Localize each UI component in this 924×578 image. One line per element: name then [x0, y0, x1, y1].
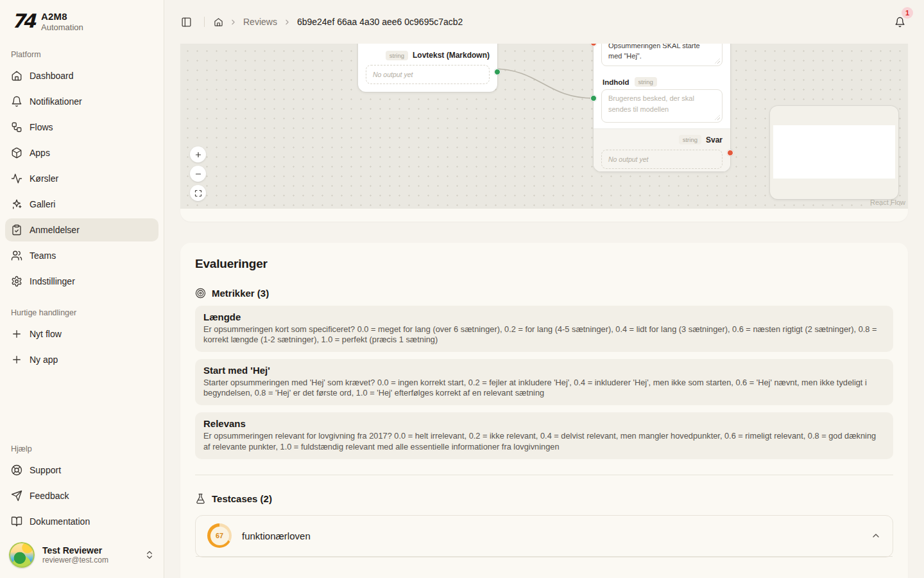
sidebar-item-settings[interactable]: Indstillinger: [5, 270, 158, 293]
quick-actions-nav: Nyt flow Ny app: [0, 322, 164, 374]
evaluations-card: Evalueringer Metrikker (3) Længde Er ops…: [180, 243, 908, 578]
metric-name: Længde: [203, 311, 885, 322]
brand-name: A2M8: [41, 11, 83, 22]
sidebar-item-documentation[interactable]: Dokumentation: [5, 510, 158, 533]
no-output-placeholder: No output yet: [366, 65, 490, 84]
prompt-textarea[interactable]: lav en kort opsummering. Opsummeringen S…: [601, 44, 723, 66]
send-icon: [11, 490, 22, 502]
metric-name: Start med 'Hej': [203, 365, 885, 376]
type-badge: string: [386, 51, 408, 60]
flow-node-lovtekst[interactable]: string Lovtekst (Markdown) No output yet: [358, 44, 497, 92]
sidebar-item-notifications[interactable]: Notifikationer: [5, 90, 158, 113]
output-handle[interactable]: [727, 150, 733, 156]
metric-card-laengde: Længde Er opsummeringen kort som specifi…: [195, 306, 893, 352]
metric-description: Er opsummeringen kort som specificeret? …: [203, 324, 885, 345]
bell-icon: [11, 96, 22, 107]
chevron-right-icon: [229, 18, 237, 26]
page-title: Evalueringer: [195, 257, 893, 271]
sidebar-item-label: Teams: [30, 250, 56, 261]
sidebar-item-flows[interactable]: Flows: [5, 116, 158, 139]
preview-box: [773, 125, 895, 179]
chevron-right-icon: [283, 18, 291, 26]
input-handle[interactable]: [590, 95, 597, 101]
testcase-name: funktionærloven: [242, 530, 311, 541]
sidebar-item-teams[interactable]: Teams: [5, 244, 158, 267]
metric-name: Relevans: [203, 418, 885, 429]
zoom-out-button[interactable]: [190, 166, 206, 182]
input-label: Indhold: [603, 78, 629, 86]
zoom-in-button[interactable]: [190, 146, 206, 162]
metrics-section-header: Metrikker (3): [195, 288, 893, 299]
resize-grip-icon[interactable]: [715, 115, 720, 120]
testcase-header-funktionaerloven[interactable]: 67 funktionærloven: [196, 516, 893, 557]
react-flow-canvas[interactable]: string Lovtekst (Markdown) No output yet…: [180, 44, 908, 209]
sidebar-item-label: Galleri: [30, 199, 55, 209]
sidebar-item-label: Dashboard: [30, 71, 74, 81]
home-icon[interactable]: [214, 17, 223, 27]
type-badge: string: [679, 135, 701, 144]
flow-preview-card: string Lovtekst (Markdown) No output yet…: [180, 44, 908, 222]
book-open-icon: [11, 516, 22, 527]
testcases-section-header: Testcases (2): [195, 493, 893, 504]
user-email: reviewer@test.com: [42, 556, 137, 565]
sidebar-item-support[interactable]: Support: [5, 459, 158, 482]
notification-count-badge: 1: [902, 7, 913, 19]
section-label-quick-actions: Hurtige handlinger: [0, 295, 164, 322]
metric-description: Starter opsummeringen med 'Hej' som kræv…: [203, 378, 885, 398]
chevron-up-icon[interactable]: [871, 530, 881, 541]
sidebar-item-feedback[interactable]: Feedback: [5, 484, 158, 507]
flow-node-preview[interactable]: [770, 106, 898, 199]
metric-description: Er opsummeringen relevant for lovgivning…: [203, 431, 885, 451]
sidebar-item-dashboard[interactable]: Dashboard: [5, 64, 158, 87]
top-bar: Reviews 6b9e24ef 66aa 4a30 aee6 0c9695c7…: [164, 0, 924, 44]
fit-view-button[interactable]: [190, 185, 206, 201]
sidebar-item-label: Anmeldelser: [30, 225, 80, 235]
sidebar-item-runs[interactable]: Kørsler: [5, 167, 158, 190]
sidebar-item-apps[interactable]: Apps: [5, 141, 158, 164]
divider: [204, 17, 205, 27]
help-nav: Support Feedback Dokumentation: [0, 459, 164, 536]
clipboard-check-icon: [11, 224, 22, 236]
flask-icon: [195, 493, 206, 504]
activity-icon: [11, 173, 22, 184]
breadcrumb-reviews[interactable]: Reviews: [243, 17, 277, 27]
help-item-label: Support: [30, 465, 61, 475]
new-app-button[interactable]: Ny app: [5, 348, 158, 371]
node-output-section: string Svar No output yet: [594, 128, 730, 171]
sidebar-toggle-button[interactable]: [177, 13, 195, 31]
testcase-card: 67 funktionærloven: [195, 515, 893, 557]
workflow-icon: [11, 121, 22, 133]
target-icon: [195, 288, 206, 299]
sidebar-item-label: Indstillinger: [30, 276, 75, 286]
brand: 74 A2M8 Automation: [0, 0, 164, 41]
score-ring: 67: [207, 523, 232, 548]
metrics-header-label: Metrikker (3): [212, 288, 269, 299]
type-badge: string: [635, 77, 657, 87]
flow-node-llm[interactable]: lav en kort opsummering. Opsummeringen S…: [594, 44, 730, 171]
home-icon: [11, 70, 22, 82]
brand-subtitle: Automation: [41, 22, 83, 32]
plus-icon: [11, 354, 22, 365]
no-output-placeholder: No output yet: [601, 150, 723, 169]
gear-icon: [11, 276, 22, 287]
resize-grip-icon[interactable]: [715, 58, 720, 64]
user-menu[interactable]: Test Reviewer reviewer@test.com: [0, 536, 164, 578]
platform-nav: Dashboard Notifikationer Flows Apps Kørs…: [0, 64, 164, 295]
sidebar-item-gallery[interactable]: Galleri: [5, 193, 158, 216]
box-icon: [11, 147, 22, 159]
sidebar-item-label: Notifikationer: [30, 96, 82, 107]
metric-card-relevans: Relevans Er opsummeringen relevant for l…: [195, 412, 893, 459]
react-flow-attribution: React Flow: [870, 198, 905, 206]
brand-logo-icon: 74: [10, 10, 35, 32]
sidebar-item-reviews[interactable]: Anmeldelser: [5, 218, 158, 241]
content-textarea[interactable]: Brugerens besked, der skal sendes til mo…: [601, 89, 723, 123]
sidebar-item-label: Kørsler: [30, 173, 58, 184]
help-item-label: Dokumentation: [30, 516, 90, 527]
output-label: Lovtekst (Markdown): [413, 51, 490, 60]
output-label: Svar: [706, 136, 723, 144]
output-handle[interactable]: [494, 69, 501, 75]
chevrons-up-down-icon: [144, 550, 155, 560]
new-flow-button[interactable]: Nyt flow: [5, 322, 158, 346]
input-handle[interactable]: [590, 44, 597, 46]
quick-action-label: Ny app: [30, 355, 58, 365]
